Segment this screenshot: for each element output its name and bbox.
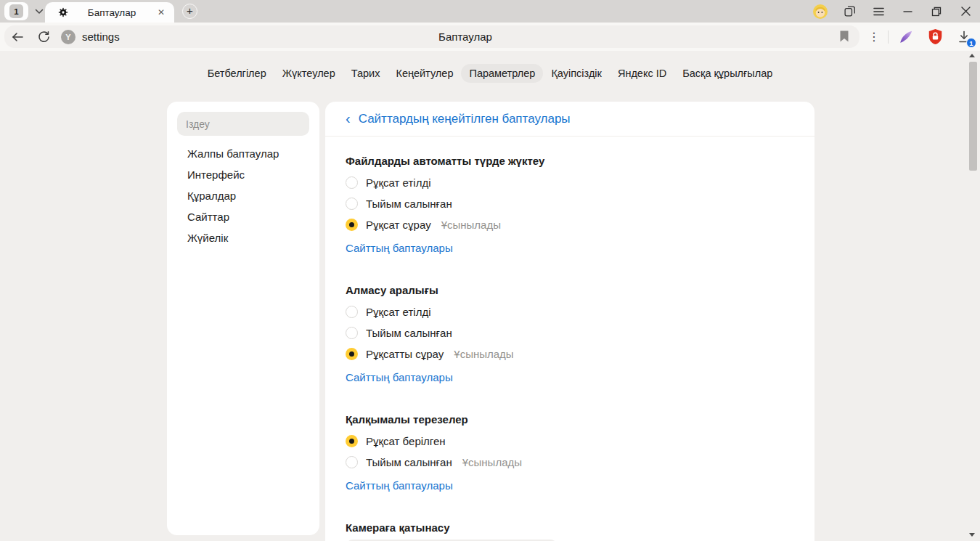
settings-sidebar: Жалпы баптаулар Интерфейс Құралдар Сайтт… bbox=[167, 102, 319, 535]
radio-option[interactable]: Рұқсат етілді bbox=[346, 301, 794, 322]
section-title: Қалқымалы терезелер bbox=[346, 412, 794, 427]
back-arrow-icon bbox=[11, 31, 24, 43]
settings-page: Бетбелгілер Жүктеулер Тарих Кеңейтулер П… bbox=[0, 51, 980, 541]
radio-option[interactable]: Рұқсат берілген bbox=[346, 431, 794, 452]
site-settings-link[interactable]: Сайттың баптаулары bbox=[346, 478, 453, 493]
tab-security[interactable]: Қауіпсіздік bbox=[543, 64, 610, 83]
new-tab-button[interactable]: + bbox=[182, 4, 197, 19]
page-title: Сайттардың кеңейтілген баптаулары bbox=[359, 112, 571, 126]
radio-option[interactable]: Тыйым салынған bbox=[346, 322, 794, 343]
scrollbar-up-arrow[interactable] bbox=[969, 54, 975, 57]
settings-main-panel: ‹ Сайттардың кеңейтілген баптаулары Файл… bbox=[325, 102, 814, 541]
recommended-hint: Ұсынылады bbox=[441, 219, 501, 230]
tab-counter-button[interactable]: 1 bbox=[4, 2, 28, 20]
toolbar-divider bbox=[888, 30, 889, 44]
browser-tab-settings[interactable]: Баптаулар ✕ bbox=[45, 2, 174, 23]
recommended-hint: Ұсынылады bbox=[454, 349, 513, 359]
browser-window: 1 Баптаулар ✕ + bbox=[0, 0, 980, 541]
section-clipboard: Алмасу аралығы Рұқсат етілді Тыйым салын… bbox=[346, 282, 794, 385]
downloads-badge: 1 bbox=[966, 38, 976, 48]
settings-sections: Файлдарды автоматты түрде жүктеу Рұқсат … bbox=[325, 137, 814, 541]
sidebar-item-tools[interactable]: Құралдар bbox=[177, 185, 309, 206]
section-title: Файлдарды автоматты түрде жүктеу bbox=[346, 153, 794, 168]
section-popups: Қалқымалы терезелер Рұқсат берілген Тыйы… bbox=[346, 412, 794, 493]
radio-icon bbox=[346, 327, 358, 339]
sidebar-item-sites[interactable]: Сайттар bbox=[177, 206, 309, 227]
option-label: Рұқсатты сұрау bbox=[366, 349, 444, 359]
browser-toolbar: Y settings Баптаулар ⋮ bbox=[0, 23, 980, 51]
advanced-site-settings-header[interactable]: ‹ Сайттардың кеңейтілген баптаулары bbox=[325, 102, 814, 137]
section-title: Камераға қатынасу bbox=[346, 520, 794, 535]
site-settings-link[interactable]: Сайттың баптаулары bbox=[346, 370, 453, 385]
restore-icon bbox=[931, 7, 942, 17]
back-chevron-icon: ‹ bbox=[346, 111, 351, 127]
radio-icon bbox=[346, 456, 358, 468]
window-restore-button[interactable] bbox=[922, 0, 951, 23]
feather-icon bbox=[898, 29, 914, 45]
protect-button[interactable] bbox=[920, 23, 950, 51]
option-label: Рұқсат берілген bbox=[366, 436, 446, 447]
profile-avatar[interactable] bbox=[806, 0, 835, 23]
radio-option[interactable]: Рұқсат етілді bbox=[346, 172, 794, 193]
more-options-button[interactable]: ⋮ bbox=[863, 30, 885, 44]
scrollbar-down-arrow[interactable] bbox=[969, 533, 975, 537]
radio-icon bbox=[346, 176, 358, 189]
toolbar-right-icons: ⋮ bbox=[863, 23, 979, 51]
site-favicon: Y bbox=[61, 30, 75, 44]
option-label: Тыйым салынған bbox=[366, 328, 452, 338]
url-text[interactable]: settings bbox=[82, 30, 120, 43]
sidebar-item-interface[interactable]: Интерфейс bbox=[177, 164, 309, 185]
settings-nav-tabs: Бетбелгілер Жүктеулер Тарих Кеңейтулер П… bbox=[0, 64, 980, 83]
option-label: Тыйым салынған bbox=[366, 457, 452, 468]
tab-other-devices[interactable]: Басқа құрылғылар bbox=[674, 64, 780, 83]
sidebar-item-general[interactable]: Жалпы баптаулар bbox=[177, 143, 309, 164]
bookmark-button[interactable] bbox=[839, 30, 849, 46]
section-camera: Камераға қатынасу ov9734_azurewave_camer… bbox=[346, 520, 794, 541]
tab-groups-button[interactable] bbox=[835, 0, 864, 23]
section-auto-download: Файлдарды автоматты түрде жүктеу Рұқсат … bbox=[346, 153, 794, 256]
reload-icon bbox=[38, 30, 50, 43]
search-input[interactable] bbox=[177, 112, 309, 136]
option-label: Рұқсат етілді bbox=[366, 306, 431, 317]
tab-yandex-id[interactable]: Яндекс ID bbox=[610, 64, 674, 83]
option-label: Рұқсат сұрау bbox=[366, 219, 431, 230]
window-controls bbox=[806, 0, 980, 23]
tab-bookmarks[interactable]: Бетбелгілер bbox=[200, 64, 274, 83]
reload-button[interactable] bbox=[30, 25, 57, 48]
tab-downloads[interactable]: Жүктеулер bbox=[274, 64, 343, 83]
site-settings-link[interactable]: Сайттың баптаулары bbox=[346, 240, 453, 256]
tab-settings[interactable]: Параметрлер bbox=[461, 64, 543, 83]
radio-option[interactable]: Рұқсат сұрау Ұсынылады bbox=[346, 214, 794, 235]
radio-option[interactable]: Рұқсатты сұрау Ұсынылады bbox=[346, 343, 794, 365]
radio-option[interactable]: Тыйым салынған bbox=[346, 193, 794, 214]
tab-title: Баптаулар bbox=[68, 7, 155, 18]
avatar-icon bbox=[813, 4, 828, 19]
tab-bar: 1 Баптаулар ✕ + bbox=[0, 0, 980, 23]
gear-icon bbox=[58, 7, 68, 17]
address-bar[interactable]: Y settings Баптаулар bbox=[4, 25, 859, 48]
tab-history[interactable]: Тарих bbox=[343, 64, 388, 83]
tab-close-icon[interactable]: ✕ bbox=[155, 7, 167, 17]
chevron-down-icon bbox=[35, 9, 44, 15]
tab-count: 1 bbox=[9, 4, 23, 18]
radio-icon bbox=[346, 198, 358, 210]
back-button[interactable] bbox=[4, 25, 30, 48]
radio-option[interactable]: Тыйым салынған Ұсынылады bbox=[346, 452, 794, 473]
window-minimize-button[interactable] bbox=[893, 0, 922, 23]
scrollbar-thumb[interactable] bbox=[969, 62, 977, 171]
option-label: Рұқсат етілді bbox=[366, 177, 431, 188]
close-icon bbox=[961, 7, 971, 16]
radio-selected-icon bbox=[346, 219, 358, 231]
downloads-button[interactable]: 1 bbox=[950, 23, 979, 51]
window-close-button[interactable] bbox=[951, 0, 980, 23]
bookmark-icon bbox=[839, 30, 849, 43]
windows-stack-icon bbox=[844, 5, 856, 17]
address-bar-page-title: Баптаулар bbox=[438, 25, 492, 48]
radio-selected-icon bbox=[346, 435, 358, 447]
hamburger-icon bbox=[873, 7, 884, 16]
neuro-summary-button[interactable] bbox=[891, 23, 920, 51]
radio-icon bbox=[346, 306, 358, 318]
browser-menu-button[interactable] bbox=[864, 0, 893, 23]
sidebar-item-system[interactable]: Жүйелік bbox=[177, 227, 309, 248]
tab-extensions[interactable]: Кеңейтулер bbox=[388, 64, 461, 83]
